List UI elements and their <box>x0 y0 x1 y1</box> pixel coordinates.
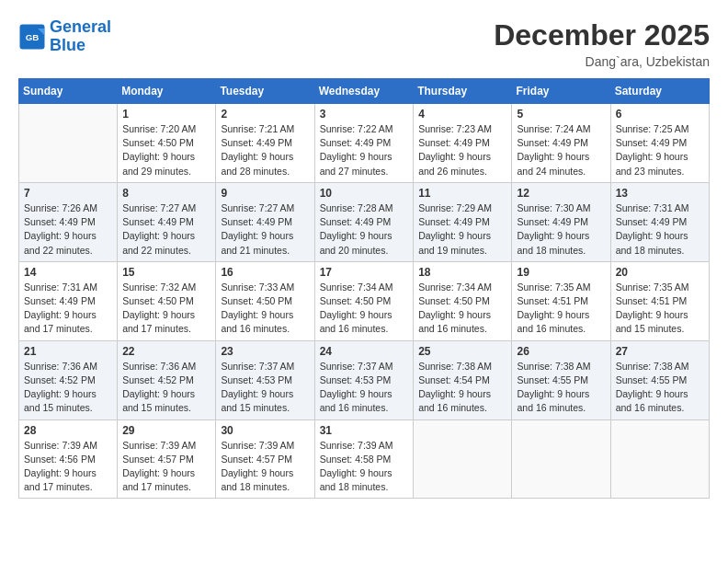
calendar-cell: 15Sunrise: 7:32 AMSunset: 4:50 PMDayligh… <box>118 261 216 340</box>
day-number: 17 <box>320 266 409 279</box>
calendar-cell: 3Sunrise: 7:22 AMSunset: 4:49 PMDaylight… <box>314 104 414 183</box>
calendar-cell: 9Sunrise: 7:27 AMSunset: 4:49 PMDaylight… <box>216 182 314 261</box>
calendar-cell <box>610 419 709 499</box>
day-info: Sunrise: 7:35 AMSunset: 4:51 PMDaylight:… <box>517 281 605 337</box>
calendar-cell: 5Sunrise: 7:24 AMSunset: 4:49 PMDaylight… <box>512 104 610 183</box>
day-number: 2 <box>221 108 309 121</box>
day-info: Sunrise: 7:39 AMSunset: 4:57 PMDaylight:… <box>122 439 210 495</box>
day-number: 18 <box>418 266 506 279</box>
day-info: Sunrise: 7:36 AMSunset: 4:52 PMDaylight:… <box>24 360 112 416</box>
day-number: 7 <box>24 187 112 200</box>
day-number: 28 <box>24 424 112 437</box>
calendar-cell: 12Sunrise: 7:30 AMSunset: 4:49 PMDayligh… <box>512 182 610 261</box>
weekday-header-wednesday: Wednesday <box>314 79 414 104</box>
calendar-cell: 29Sunrise: 7:39 AMSunset: 4:57 PMDayligh… <box>118 419 216 499</box>
calendar-cell: 16Sunrise: 7:33 AMSunset: 4:50 PMDayligh… <box>216 261 314 340</box>
day-info: Sunrise: 7:38 AMSunset: 4:55 PMDaylight:… <box>616 360 704 416</box>
calendar-cell: 17Sunrise: 7:34 AMSunset: 4:50 PMDayligh… <box>314 261 414 340</box>
day-info: Sunrise: 7:34 AMSunset: 4:50 PMDaylight:… <box>320 281 409 337</box>
day-info: Sunrise: 7:26 AMSunset: 4:49 PMDaylight:… <box>24 201 112 258</box>
calendar-cell: 24Sunrise: 7:37 AMSunset: 4:53 PMDayligh… <box>314 340 414 419</box>
logo-icon: GB <box>18 23 46 51</box>
day-info: Sunrise: 7:22 AMSunset: 4:49 PMDaylight:… <box>320 122 409 178</box>
day-info: Sunrise: 7:27 AMSunset: 4:49 PMDaylight:… <box>122 201 210 258</box>
day-info: Sunrise: 7:29 AMSunset: 4:49 PMDaylight:… <box>418 201 506 258</box>
day-info: Sunrise: 7:39 AMSunset: 4:57 PMDaylight:… <box>221 439 309 495</box>
weekday-header-row: SundayMondayTuesdayWednesdayThursdayFrid… <box>19 79 710 104</box>
calendar-cell: 8Sunrise: 7:27 AMSunset: 4:49 PMDaylight… <box>118 182 216 261</box>
calendar-cell: 11Sunrise: 7:29 AMSunset: 4:49 PMDayligh… <box>414 182 512 261</box>
month-title: December 2025 <box>494 18 710 52</box>
day-number: 13 <box>616 187 704 200</box>
day-number: 5 <box>517 108 605 121</box>
day-number: 10 <box>320 187 409 200</box>
calendar-cell: 27Sunrise: 7:38 AMSunset: 4:55 PMDayligh… <box>610 340 709 419</box>
day-info: Sunrise: 7:39 AMSunset: 4:56 PMDaylight:… <box>24 439 112 495</box>
calendar-table: SundayMondayTuesdayWednesdayThursdayFrid… <box>18 78 710 499</box>
day-info: Sunrise: 7:23 AMSunset: 4:49 PMDaylight:… <box>418 122 506 178</box>
day-number: 1 <box>122 108 210 121</box>
calendar-cell: 6Sunrise: 7:25 AMSunset: 4:49 PMDaylight… <box>610 104 709 183</box>
day-info: Sunrise: 7:37 AMSunset: 4:53 PMDaylight:… <box>221 360 309 416</box>
location: Dang`ara, Uzbekistan <box>494 54 710 69</box>
day-info: Sunrise: 7:27 AMSunset: 4:49 PMDaylight:… <box>221 201 309 258</box>
day-number: 24 <box>320 345 409 358</box>
calendar-cell: 13Sunrise: 7:31 AMSunset: 4:49 PMDayligh… <box>610 182 709 261</box>
week-row-4: 21Sunrise: 7:36 AMSunset: 4:52 PMDayligh… <box>19 340 710 419</box>
day-number: 29 <box>122 424 210 437</box>
day-info: Sunrise: 7:21 AMSunset: 4:49 PMDaylight:… <box>221 122 309 178</box>
day-number: 6 <box>616 108 704 121</box>
day-info: Sunrise: 7:32 AMSunset: 4:50 PMDaylight:… <box>122 281 210 337</box>
calendar-cell: 25Sunrise: 7:38 AMSunset: 4:54 PMDayligh… <box>414 340 512 419</box>
day-info: Sunrise: 7:31 AMSunset: 4:49 PMDaylight:… <box>24 281 112 337</box>
day-number: 9 <box>221 187 309 200</box>
day-number: 14 <box>24 266 112 279</box>
week-row-3: 14Sunrise: 7:31 AMSunset: 4:49 PMDayligh… <box>19 261 710 340</box>
day-info: Sunrise: 7:20 AMSunset: 4:50 PMDaylight:… <box>122 122 210 178</box>
day-info: Sunrise: 7:25 AMSunset: 4:49 PMDaylight:… <box>616 122 704 178</box>
day-info: Sunrise: 7:33 AMSunset: 4:50 PMDaylight:… <box>221 281 309 337</box>
calendar-cell <box>512 419 610 499</box>
week-row-5: 28Sunrise: 7:39 AMSunset: 4:56 PMDayligh… <box>19 419 710 499</box>
day-info: Sunrise: 7:31 AMSunset: 4:49 PMDaylight:… <box>616 201 704 258</box>
calendar-cell: 22Sunrise: 7:36 AMSunset: 4:52 PMDayligh… <box>118 340 216 419</box>
day-number: 15 <box>122 266 210 279</box>
title-block: December 2025 Dang`ara, Uzbekistan <box>494 18 710 69</box>
calendar-cell: 1Sunrise: 7:20 AMSunset: 4:50 PMDaylight… <box>118 104 216 183</box>
calendar-cell: 30Sunrise: 7:39 AMSunset: 4:57 PMDayligh… <box>216 419 314 499</box>
day-number: 21 <box>24 345 112 358</box>
day-number: 30 <box>221 424 309 437</box>
day-number: 11 <box>418 187 506 200</box>
day-number: 20 <box>616 266 704 279</box>
day-number: 23 <box>221 345 309 358</box>
day-info: Sunrise: 7:36 AMSunset: 4:52 PMDaylight:… <box>122 360 210 416</box>
calendar-cell: 20Sunrise: 7:35 AMSunset: 4:51 PMDayligh… <box>610 261 709 340</box>
day-info: Sunrise: 7:38 AMSunset: 4:55 PMDaylight:… <box>517 360 605 416</box>
calendar-cell: 7Sunrise: 7:26 AMSunset: 4:49 PMDaylight… <box>19 182 118 261</box>
weekday-header-sunday: Sunday <box>19 79 118 104</box>
day-number: 19 <box>517 266 605 279</box>
calendar-cell: 31Sunrise: 7:39 AMSunset: 4:58 PMDayligh… <box>314 419 414 499</box>
calendar-cell: 28Sunrise: 7:39 AMSunset: 4:56 PMDayligh… <box>19 419 118 499</box>
logo: GB General Blue <box>18 18 111 55</box>
calendar-cell: 14Sunrise: 7:31 AMSunset: 4:49 PMDayligh… <box>19 261 118 340</box>
week-row-1: 1Sunrise: 7:20 AMSunset: 4:50 PMDaylight… <box>19 104 710 183</box>
day-info: Sunrise: 7:30 AMSunset: 4:49 PMDaylight:… <box>517 201 605 258</box>
weekday-header-tuesday: Tuesday <box>216 79 314 104</box>
weekday-header-friday: Friday <box>512 79 610 104</box>
day-info: Sunrise: 7:37 AMSunset: 4:53 PMDaylight:… <box>320 360 409 416</box>
day-number: 8 <box>122 187 210 200</box>
day-number: 27 <box>616 345 704 358</box>
calendar-cell: 18Sunrise: 7:34 AMSunset: 4:50 PMDayligh… <box>414 261 512 340</box>
logo-text: General Blue <box>50 18 111 55</box>
day-info: Sunrise: 7:35 AMSunset: 4:51 PMDaylight:… <box>616 281 704 337</box>
calendar-cell: 21Sunrise: 7:36 AMSunset: 4:52 PMDayligh… <box>19 340 118 419</box>
calendar-cell <box>414 419 512 499</box>
calendar-cell: 19Sunrise: 7:35 AMSunset: 4:51 PMDayligh… <box>512 261 610 340</box>
calendar-cell: 4Sunrise: 7:23 AMSunset: 4:49 PMDaylight… <box>414 104 512 183</box>
day-number: 25 <box>418 345 506 358</box>
weekday-header-monday: Monday <box>118 79 216 104</box>
week-row-2: 7Sunrise: 7:26 AMSunset: 4:49 PMDaylight… <box>19 182 710 261</box>
day-info: Sunrise: 7:24 AMSunset: 4:49 PMDaylight:… <box>517 122 605 178</box>
day-info: Sunrise: 7:28 AMSunset: 4:49 PMDaylight:… <box>320 201 409 258</box>
